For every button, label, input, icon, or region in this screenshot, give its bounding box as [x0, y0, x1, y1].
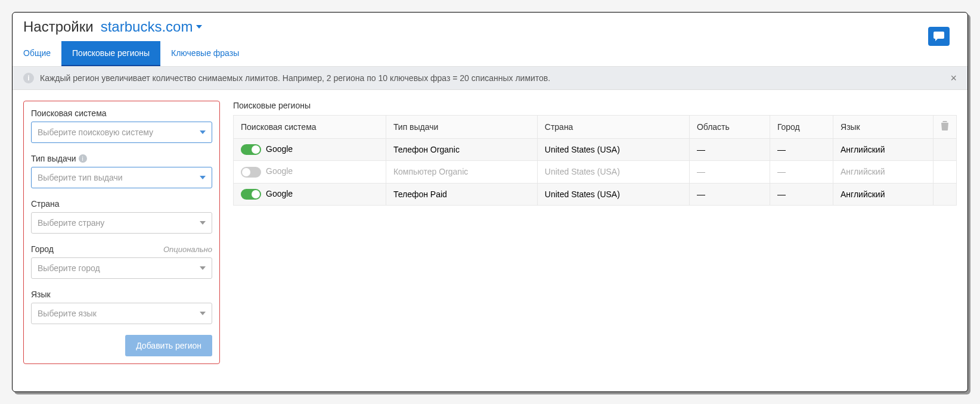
cell-city: — [770, 139, 833, 161]
optional-hint: Опционально [163, 245, 212, 254]
cell-result-type: Компьютер Organic [386, 161, 537, 183]
city-select[interactable]: Выберите город [31, 257, 212, 279]
table-row: GoogleТелефон PaidUnited States (USA)——А… [234, 183, 957, 205]
cell-country: United States (USA) [537, 139, 689, 161]
cell-city: — [770, 183, 833, 205]
content: Поисковая система Выберите поисковую сис… [13, 90, 967, 375]
toggle-switch[interactable] [241, 189, 261, 200]
cell-language: Английский [833, 183, 934, 205]
page-title: Настройки [23, 18, 94, 35]
cell-result-type: Телефон Paid [386, 183, 537, 205]
cell-language: Английский [833, 139, 934, 161]
cell-city: — [770, 161, 833, 183]
table-row: GoogleКомпьютер OrganicUnited States (US… [234, 161, 957, 183]
info-text: Каждый регион увеличивает количество сни… [40, 73, 550, 83]
result-type-placeholder: Выберите тип выдачи [38, 173, 123, 182]
col-delete [934, 116, 957, 139]
table-section: Поисковые регионы Поисковая система Тип … [233, 101, 957, 364]
toggle-switch[interactable] [241, 144, 261, 155]
col-region: Область [689, 116, 770, 139]
cell-country: United States (USA) [537, 161, 689, 183]
result-type-select[interactable]: Выберите тип выдачи [31, 167, 212, 188]
toggle-switch[interactable] [241, 167, 261, 178]
chevron-down-icon [200, 266, 206, 270]
chevron-down-icon [200, 221, 206, 225]
cell-result-type: Телефон Organic [386, 139, 537, 161]
language-label: Язык [31, 290, 212, 299]
regions-table: Поисковая система Тип выдачи Страна Обла… [233, 115, 957, 206]
col-language: Язык [833, 116, 934, 139]
close-icon[interactable]: × [950, 72, 957, 85]
info-bar: i Каждый регион увеличивает количество с… [13, 67, 967, 90]
cell-delete [934, 183, 957, 205]
cell-search-system: Google [234, 139, 386, 161]
result-type-label: Тип выдачи i [31, 154, 212, 163]
chat-icon [934, 32, 944, 41]
country-placeholder: Выберите страну [38, 218, 104, 228]
col-search-system: Поисковая система [234, 116, 386, 139]
chevron-down-icon [200, 312, 206, 315]
country-label: Страна [31, 199, 212, 209]
table-row: GoogleТелефон OrganicUnited States (USA)… [234, 139, 957, 161]
cell-region: — [689, 161, 770, 183]
cell-region: — [689, 139, 770, 161]
search-system-label: Поисковая система [31, 108, 212, 118]
info-icon: i [23, 73, 34, 83]
chevron-down-icon [200, 130, 206, 134]
settings-window: Настройки starbucks.com Общие Поисковые … [12, 12, 968, 392]
header: Настройки starbucks.com [13, 13, 967, 41]
language-placeholder: Выберите язык [38, 309, 97, 318]
search-system-placeholder: Выберите поисковую систему [38, 128, 153, 137]
search-system-select[interactable]: Выберите поисковую систему [31, 122, 212, 143]
cell-search-system: Google [234, 183, 386, 205]
cell-country: United States (USA) [537, 183, 689, 205]
add-region-button[interactable]: Добавить регион [125, 335, 212, 356]
cell-delete [934, 139, 957, 161]
language-select[interactable]: Выберите язык [31, 303, 212, 324]
cell-delete [934, 161, 957, 183]
chevron-down-icon [200, 176, 206, 179]
domain-dropdown[interactable]: starbucks.com [101, 18, 203, 35]
tabs: Общие Поисковые регионы Ключевые фразы [13, 41, 967, 67]
col-country: Страна [537, 116, 689, 139]
tab-regions[interactable]: Поисковые регионы [61, 41, 160, 66]
domain-text: starbucks.com [101, 18, 193, 35]
trash-icon[interactable] [941, 122, 949, 132]
city-placeholder: Выберите город [38, 263, 100, 273]
caret-down-icon [196, 25, 202, 29]
chat-button[interactable] [928, 27, 950, 46]
city-label: Город Опционально [31, 244, 212, 254]
tab-general[interactable]: Общие [13, 41, 61, 66]
col-result-type: Тип выдачи [386, 116, 537, 139]
table-header-row: Поисковая система Тип выдачи Страна Обла… [234, 116, 957, 139]
country-select[interactable]: Выберите страну [31, 212, 212, 234]
form-panel: Поисковая система Выберите поисковую сис… [23, 101, 220, 364]
tab-keywords[interactable]: Ключевые фразы [160, 41, 250, 66]
hint-icon[interactable]: i [79, 154, 87, 163]
cell-language: Английский [833, 161, 934, 183]
cell-region: — [689, 183, 770, 205]
col-city: Город [770, 116, 833, 139]
cell-search-system: Google [234, 161, 386, 183]
table-title: Поисковые регионы [233, 101, 957, 110]
